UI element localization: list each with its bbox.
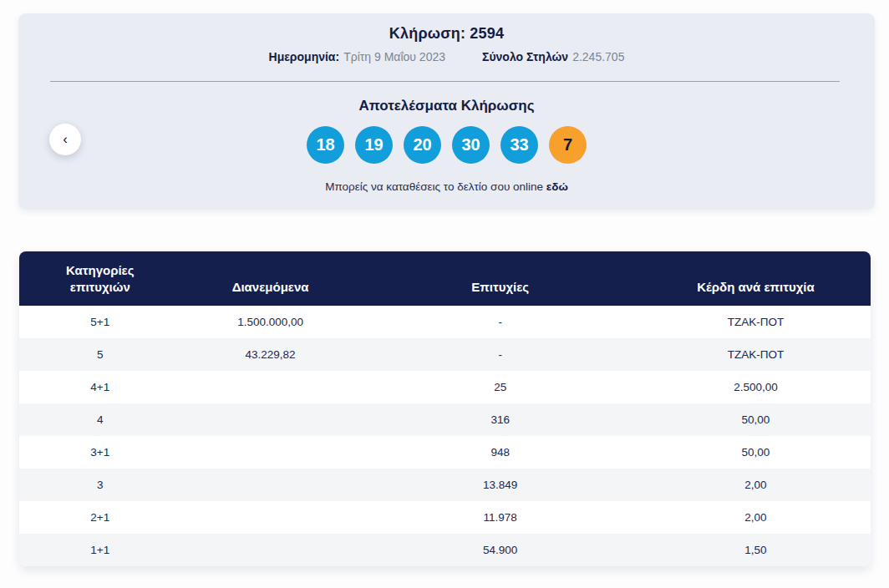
chevron-left-icon: ‹ (63, 131, 68, 147)
joker-ball: 7 (549, 126, 587, 164)
cell-category: 2+1 (19, 511, 181, 524)
column-header-distributed: Διανεμόμενα (181, 279, 360, 296)
online-submit-text: Μπορείς να καταθέσεις το δελτίο σου onli… (325, 180, 543, 193)
cell-winners: 11.978 (360, 511, 641, 524)
cell-prize: 50,00 (641, 413, 871, 426)
cell-prize: 2,00 (641, 511, 871, 524)
table-header-row: Κατηγορίες επιτυχιών Διανεμόμενα Επιτυχί… (19, 251, 871, 306)
table-body: 5+1 1.500.000,00 - ΤΖΑΚ-ΠΟΤ 5 43.229,82 … (19, 306, 871, 566)
cell-category: 3 (19, 479, 181, 491)
cell-category: 4 (19, 413, 181, 426)
cell-category: 4+1 (19, 381, 181, 393)
online-submit-note: Μπορείς να καταθέσεις το δελτίο σου onli… (18, 180, 875, 193)
column-header-prize: Κέρδη ανά επιτυχία (641, 279, 871, 296)
draw-meta-row: Ημερομηνία: Τρίτη 9 Μαΐου 2023 Σύνολο Στ… (18, 50, 875, 63)
cell-prize: ΤΖΑΚ-ΠΟΤ (641, 316, 871, 328)
number-ball: 33 (500, 126, 538, 164)
online-submit-link[interactable]: εδώ (546, 180, 568, 193)
cell-winners: 13.849 (360, 479, 641, 491)
number-ball: 30 (452, 126, 490, 164)
cell-category: 5+1 (19, 316, 181, 328)
total-columns: Σύνολο Στηλών 2.245.705 (482, 50, 624, 63)
cell-winners: 948 (360, 446, 641, 459)
cell-prize: 2,00 (641, 479, 871, 491)
cell-distributed: 1.500.000,00 (181, 316, 360, 328)
cell-winners: 25 (360, 381, 641, 393)
cell-category: 1+1 (19, 544, 181, 556)
winning-numbers: 18 19 20 30 33 7 (18, 126, 875, 164)
cell-winners: 316 (360, 413, 641, 426)
winnings-table: Κατηγορίες επιτυχιών Διανεμόμενα Επιτυχί… (19, 251, 871, 566)
cell-winners: - (360, 348, 641, 361)
cell-winners: 54.900 (360, 544, 641, 556)
cell-winners: - (360, 316, 641, 328)
cell-prize: ΤΖΑΚ-ΠΟΤ (641, 348, 871, 361)
table-row: 2+1 11.978 2,00 (19, 501, 871, 534)
column-header-categories: Κατηγορίες επιτυχιών (19, 262, 181, 297)
table-row: 4 316 50,00 (19, 403, 871, 436)
draw-date-value: Τρίτη 9 Μαΐου 2023 (343, 50, 445, 63)
table-row: 3+1 948 50,00 (19, 436, 871, 469)
cell-prize: 50,00 (641, 446, 871, 459)
column-header-winners: Επιτυχίες (360, 279, 641, 296)
draw-date: Ημερομηνία: Τρίτη 9 Μαΐου 2023 (269, 50, 445, 63)
cell-distributed: 43.229,82 (181, 348, 360, 361)
table-row: 4+1 25 2.500,00 (19, 371, 871, 403)
table-row: 1+1 54.900 1,50 (19, 534, 871, 566)
draw-summary-banner: Κλήρωση: 2594 Ημερομηνία: Τρίτη 9 Μαΐου … (18, 13, 875, 210)
number-ball: 19 (355, 126, 393, 164)
number-ball: 20 (404, 126, 441, 164)
total-columns-value: 2.245.705 (572, 50, 624, 63)
table-row: 5 43.229,82 - ΤΖΑΚ-ΠΟΤ (19, 338, 871, 371)
cell-prize: 2.500,00 (641, 381, 871, 393)
cell-prize: 1,50 (641, 544, 871, 556)
draw-date-label: Ημερομηνία: (269, 50, 340, 63)
number-ball: 18 (307, 126, 344, 164)
cell-category: 3+1 (19, 446, 181, 459)
banner-divider (50, 81, 840, 82)
draw-title: Κλήρωση: 2594 (18, 25, 875, 43)
results-heading: Αποτελέσματα Κλήρωσης (18, 98, 875, 114)
previous-draw-button[interactable]: ‹ (49, 124, 81, 155)
cell-category: 5 (19, 348, 181, 361)
total-columns-label: Σύνολο Στηλών (482, 50, 568, 63)
table-row: 5+1 1.500.000,00 - ΤΖΑΚ-ΠΟΤ (19, 306, 871, 338)
table-row: 3 13.849 2,00 (19, 469, 871, 501)
